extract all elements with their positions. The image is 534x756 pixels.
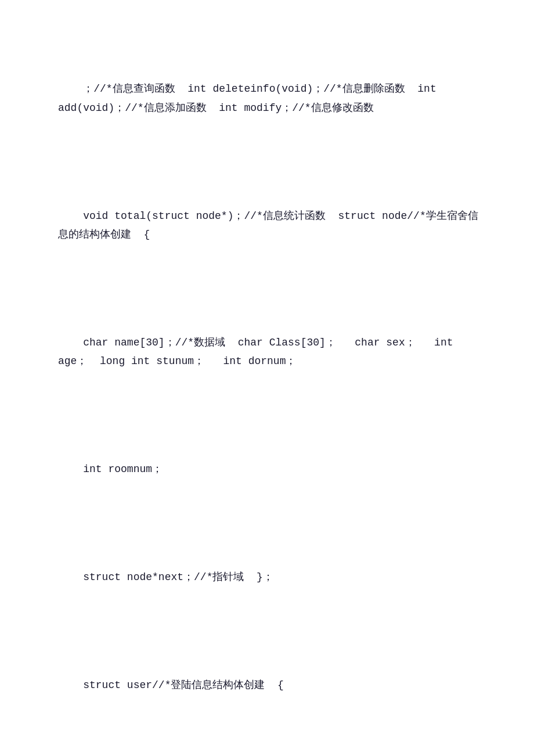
paragraph-3: char name[30]；//*数据域 char Class[30]； cha… (58, 314, 488, 390)
paragraph-2: void total(struct node*)；//*信息统计函数 struc… (58, 188, 488, 263)
text-p6: struct user//*登陆信息结构体创建 { (83, 679, 284, 691)
code-content: ；//*信息查询函数 int deleteinfo(void)；//*信息删除函… (58, 23, 488, 756)
text-p2: void total(struct node*)；//*信息统计函数 struc… (58, 210, 478, 240)
paragraph-1: ；//*信息查询函数 int deleteinfo(void)；//*信息删除函… (58, 61, 488, 136)
paragraph-4: int roomnum； (58, 441, 488, 498)
text-p4: int roomnum； (83, 463, 163, 475)
text-p1: ；//*信息查询函数 int deleteinfo(void)；//*信息删除函… (58, 83, 443, 113)
paragraph-5: struct node*next；//*指针域 }； (58, 549, 488, 606)
text-p3: char name[30]；//*数据域 char Class[30]； cha… (58, 337, 459, 367)
text-p5: struct node*next；//*指针域 }； (83, 571, 273, 583)
paragraph-6: struct user//*登陆信息结构体创建 { (58, 657, 488, 714)
